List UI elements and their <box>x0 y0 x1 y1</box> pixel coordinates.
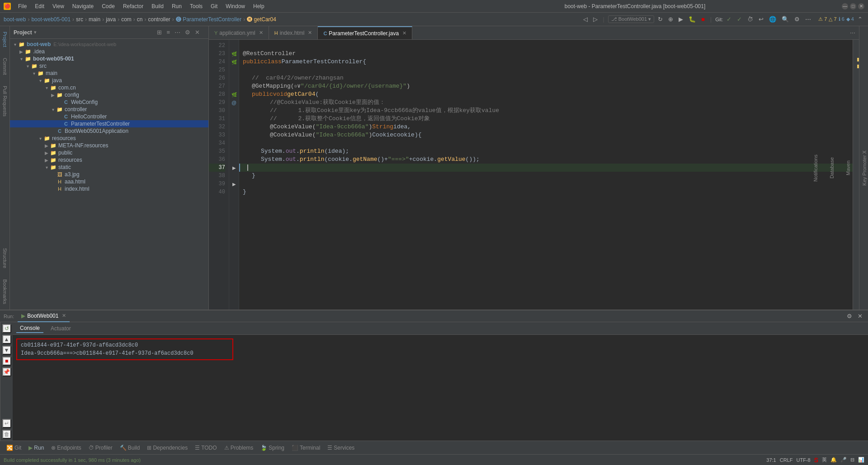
toolbar-profiler[interactable]: ⏱ Profiler <box>86 444 115 452</box>
deploy-button[interactable]: ▶ <box>677 15 685 23</box>
tree-resources[interactable]: ▾ 📁 resources <box>10 135 208 142</box>
translate-button[interactable]: 🌐 <box>767 15 778 23</box>
restart-button[interactable]: ↺ <box>2 324 11 333</box>
panel-dropdown[interactable]: ▾ <box>34 29 37 35</box>
tree-static[interactable]: ▾ 📁 static <box>10 164 208 171</box>
tab-close-controller[interactable]: ✕ <box>402 30 406 36</box>
bc-com[interactable]: com <box>121 16 132 23</box>
tab-application-yml[interactable]: Y application.yml ✕ <box>209 26 269 40</box>
pin-button[interactable]: 📌 <box>2 367 11 376</box>
console-output[interactable]: cb011844-e917-41ef-937d-af6acd3dc8c0 Ide… <box>13 335 868 441</box>
code-content[interactable]: @RestController public class ParameterTe… <box>239 40 853 310</box>
more-button[interactable]: ⋯ <box>803 15 813 23</box>
branch-selector[interactable]: ⎇ BootWeb001 ▾ <box>608 15 655 23</box>
warning-count[interactable]: △ 7 <box>829 16 836 22</box>
run-tab-bootweb001[interactable]: ▶ BootWeb001 ✕ <box>18 310 70 322</box>
bc-class[interactable]: 🅒 ParameterTestController <box>176 16 241 23</box>
toolbar-run[interactable]: ▶ Run <box>26 444 47 452</box>
cursor-position[interactable]: 37:1 <box>766 457 776 463</box>
encoding[interactable]: UTF-8 <box>796 457 810 463</box>
tab-more-actions[interactable]: ⋯ <box>846 30 859 36</box>
maven-tab[interactable]: Maven <box>844 159 852 177</box>
minimize-button[interactable]: — <box>842 3 848 9</box>
notification-icon[interactable]: 🔔 <box>830 457 837 463</box>
bc-boot-web[interactable]: boot-web <box>4 16 26 23</box>
tree-resources2[interactable]: ▶ 📁 resources <box>10 156 208 164</box>
close-panel-button[interactable]: ✕ <box>193 28 201 36</box>
menu-help[interactable]: Help <box>250 2 268 10</box>
tree-idea[interactable]: ▶ 📁 .idea <box>10 48 208 55</box>
back-button[interactable]: ◁ <box>581 15 590 23</box>
menu-navigate[interactable]: Navigate <box>69 2 97 10</box>
maximize-button[interactable]: □ <box>850 3 856 9</box>
menu-refactor[interactable]: Refactor <box>119 2 147 10</box>
debug-button[interactable]: 🐛 <box>687 15 698 23</box>
toolbar-dependencies[interactable]: ⊞ Dependencies <box>144 444 190 452</box>
memory-icon[interactable]: 📊 <box>858 457 864 463</box>
bc-method[interactable]: 🅜 getCar04 <box>247 16 276 23</box>
commit-tab[interactable]: Commit <box>1 54 9 79</box>
tree-aaahtml[interactable]: H aaa.html <box>10 178 208 185</box>
refresh-button[interactable]: ↻ <box>656 15 665 23</box>
scroll-down-button[interactable]: ▼ <box>2 346 11 355</box>
toolbar-services[interactable]: ☰ Services <box>325 444 357 452</box>
tree-java[interactable]: ▾ 📁 java <box>10 77 208 84</box>
tree-config[interactable]: ▶ 📁 config <box>10 91 208 99</box>
mic-icon[interactable]: 🎤 <box>840 457 847 463</box>
menu-tools[interactable]: Tools <box>186 2 206 10</box>
info-count2[interactable]: ◆ 4 <box>846 16 854 22</box>
console-tab-actuator[interactable]: Actuator <box>47 324 75 333</box>
tree-root[interactable]: ▾ 📁 boot-web E:\idea-workspace\boot-web <box>10 41 208 48</box>
notifications-tab[interactable]: Notifications <box>812 153 819 183</box>
tab-close-html[interactable]: ✕ <box>308 30 312 36</box>
bookmarks-tab[interactable]: Bookmarks <box>1 276 9 308</box>
bc-java[interactable]: java <box>106 16 116 23</box>
run-settings-button[interactable]: ⚙ <box>845 312 854 320</box>
menu-run[interactable]: Run <box>168 2 185 10</box>
tree-comcn[interactable]: ▾ 📁 com.cn <box>10 84 208 91</box>
git-history[interactable]: ⏱ <box>745 15 755 23</box>
toolbar-todo[interactable]: ☰ TODO <box>192 444 219 452</box>
database-tab[interactable]: Database <box>828 155 835 180</box>
collapse-all-button[interactable]: ⊞ <box>156 28 163 36</box>
sort-button[interactable]: ≡ <box>165 28 171 36</box>
menu-build[interactable]: Build <box>148 2 167 10</box>
tab-parameter-controller[interactable]: C ParameterTestController.java ✕ <box>318 26 412 40</box>
git-check1[interactable]: ✓ <box>725 15 733 23</box>
tree-metainf[interactable]: ▶ 📁 META-INF.resources <box>10 142 208 149</box>
tree-hello[interactable]: C HelloController <box>10 113 208 120</box>
toolbar-git[interactable]: 🔀 Git <box>4 444 24 452</box>
menu-window[interactable]: Window <box>222 2 249 10</box>
bc-module[interactable]: boot-web05-001 <box>31 16 71 23</box>
bc-src[interactable]: src <box>76 16 83 23</box>
expand-button[interactable]: ⌃ <box>856 15 864 23</box>
info-count1[interactable]: ℹ 6 <box>839 16 844 22</box>
tree-src[interactable]: ▾ 📁 src <box>10 62 208 70</box>
settings-button[interactable]: ⚙ <box>184 28 192 36</box>
code-editor[interactable]: 22 23 24 25 26 27 28 29 30 31 32 33 34 3… <box>209 40 853 310</box>
tree-indexhtml[interactable]: H index.html <box>10 185 208 193</box>
bc-cn[interactable]: cn <box>137 16 143 23</box>
menu-git[interactable]: Git <box>207 2 221 10</box>
settings-button[interactable]: ⚙ <box>793 15 802 23</box>
close-button[interactable]: ✕ <box>858 3 864 9</box>
git-check2[interactable]: ✓ <box>735 15 744 23</box>
toolbar-problems[interactable]: ⚠ Problems <box>222 444 256 452</box>
tab-close-yml[interactable]: ✕ <box>259 30 263 36</box>
search-button[interactable]: 🔍 <box>780 15 791 23</box>
tree-public[interactable]: ▶ 📁 public <box>10 149 208 156</box>
indent-icon[interactable]: ⊟ <box>850 457 854 463</box>
menu-code[interactable]: Code <box>98 2 118 10</box>
toolbar-build[interactable]: 🔨 Build <box>117 444 143 452</box>
tree-controller[interactable]: ▾ 📁 controller <box>10 106 208 113</box>
tree-main[interactable]: ▾ 📁 main <box>10 70 208 77</box>
tree-parameter-controller[interactable]: C ParameterTestController <box>10 120 208 127</box>
scroll-up-button[interactable]: ▲ <box>2 335 11 344</box>
clear-button[interactable]: 🗑 <box>2 430 11 439</box>
line-ending[interactable]: CRLF <box>780 457 793 463</box>
key-promoter-tab[interactable]: Key Promoter X <box>861 149 868 188</box>
error-count[interactable]: ⚠ 7 <box>818 16 827 22</box>
tree-webconfig[interactable]: C WebConfig <box>10 99 208 106</box>
tree-module[interactable]: ▾ 📁 boot-web05-001 <box>10 55 208 62</box>
menu-file[interactable]: File <box>14 2 30 10</box>
